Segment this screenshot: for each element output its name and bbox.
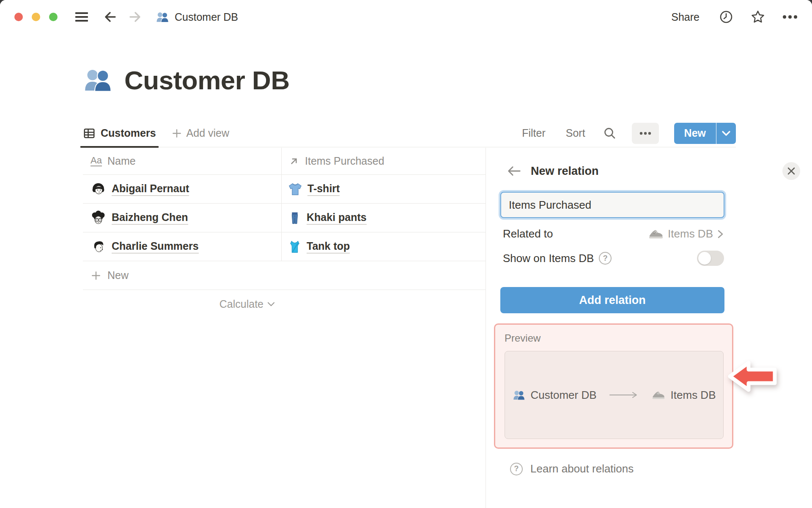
column-header-items-purchased[interactable]: Items Purchased bbox=[282, 148, 486, 174]
column-header-name[interactable]: Aa Name bbox=[83, 148, 282, 174]
zoom-window-button[interactable] bbox=[49, 13, 58, 21]
database-table: Aa Name Items Purchased Abigail Pernaut bbox=[83, 148, 486, 318]
relation-diagram: Customer DB Items DB bbox=[505, 351, 724, 439]
new-split-button: New bbox=[674, 123, 736, 144]
page-link[interactable]: Baizheng Chen bbox=[112, 211, 188, 225]
toggle-knob bbox=[698, 252, 711, 265]
preview-highlight-box: Preview Customer DB Items DB bbox=[494, 323, 733, 449]
table-row: Baizheng Chen Khaki pants bbox=[83, 204, 486, 232]
related-to-label: Related to bbox=[503, 227, 553, 240]
tanktop-icon bbox=[288, 240, 301, 254]
doc-title: Customer DB bbox=[175, 11, 238, 23]
back-icon[interactable] bbox=[102, 9, 118, 25]
table-view-icon bbox=[83, 127, 96, 140]
new-dropdown-chevron-icon[interactable] bbox=[716, 123, 736, 144]
sneaker-icon bbox=[648, 228, 664, 240]
view-controls: Filter Sort New bbox=[519, 123, 736, 144]
table-row: Charlie Summers Tank top bbox=[83, 232, 486, 261]
avatar bbox=[91, 239, 106, 254]
tab-label: Customers bbox=[101, 127, 156, 139]
annotation-arrow-icon bbox=[727, 356, 779, 396]
new-row-label: New bbox=[107, 269, 129, 282]
chevron-right-icon bbox=[717, 229, 724, 239]
show-on-toggle[interactable] bbox=[697, 251, 724, 266]
people-icon bbox=[156, 11, 169, 23]
relation-name-input[interactable] bbox=[500, 192, 724, 218]
close-icon[interactable] bbox=[782, 162, 800, 180]
jeans-icon bbox=[288, 211, 301, 225]
share-button[interactable]: Share bbox=[669, 11, 702, 24]
sidebar-menu-icon[interactable] bbox=[74, 11, 89, 23]
related-to-row[interactable]: Related to Items DB bbox=[503, 227, 724, 240]
new-relation-panel: New relation Related to Items DB Show on… bbox=[486, 148, 812, 508]
show-on-row: Show on Items DB ? bbox=[503, 251, 724, 266]
panel-back-icon[interactable] bbox=[507, 165, 521, 177]
close-window-button[interactable] bbox=[14, 13, 23, 21]
column-label: Items Purchased bbox=[305, 155, 384, 167]
show-on-label: Show on Items DB bbox=[503, 252, 594, 265]
preview-label: Preview bbox=[505, 332, 724, 344]
plus-icon bbox=[171, 128, 182, 139]
more-options-icon[interactable] bbox=[782, 15, 798, 19]
panel-title: New relation bbox=[531, 165, 599, 178]
text-property-icon: Aa bbox=[91, 156, 102, 166]
favorite-star-icon[interactable] bbox=[750, 9, 765, 25]
page-link[interactable]: Tank top bbox=[307, 240, 350, 254]
calculate-label: Calculate bbox=[219, 298, 263, 310]
breadcrumb[interactable]: Customer DB bbox=[156, 11, 238, 23]
page-link[interactable]: T-shirt bbox=[307, 182, 340, 196]
people-icon[interactable] bbox=[83, 67, 112, 94]
page-link[interactable]: Khaki pants bbox=[307, 211, 367, 225]
table-row: Abigail Pernaut T-shirt bbox=[83, 175, 486, 204]
history-clock-icon[interactable] bbox=[719, 10, 733, 24]
avatar bbox=[91, 210, 106, 226]
table-header-row: Aa Name Items Purchased bbox=[83, 148, 486, 175]
add-view-button[interactable]: Add view bbox=[171, 127, 229, 139]
help-icon: ? bbox=[510, 463, 523, 475]
view-more-options-icon[interactable] bbox=[632, 123, 659, 144]
relation-arrow-icon bbox=[288, 156, 299, 167]
sneaker-icon bbox=[652, 390, 665, 400]
calculate-button[interactable]: Calculate bbox=[83, 290, 282, 318]
traffic-lights bbox=[14, 13, 58, 21]
learn-label: Learn about relations bbox=[530, 462, 634, 475]
panel-header: New relation bbox=[507, 162, 800, 180]
people-icon bbox=[513, 389, 525, 401]
relation-direction-arrow bbox=[609, 391, 639, 399]
add-view-label: Add view bbox=[187, 127, 229, 139]
search-icon[interactable] bbox=[603, 127, 617, 140]
target-db-name: Items DB bbox=[671, 389, 716, 402]
related-database-name: Items DB bbox=[668, 227, 713, 240]
source-db-name: Customer DB bbox=[531, 389, 597, 402]
view-toolbar: Customers Add view Filter Sort New bbox=[83, 119, 736, 147]
titlebar: Customer DB Share bbox=[0, 0, 812, 34]
notion-window: Customer DB Share Customer DB Custo bbox=[0, 0, 812, 508]
titlebar-actions: Share bbox=[669, 9, 798, 25]
page-title[interactable]: Customer DB bbox=[124, 65, 290, 95]
new-row-button[interactable]: New bbox=[83, 261, 486, 290]
new-record-button[interactable]: New bbox=[674, 123, 716, 144]
sort-button[interactable]: Sort bbox=[563, 127, 588, 140]
help-icon[interactable]: ? bbox=[599, 252, 612, 265]
add-relation-button[interactable]: Add relation bbox=[500, 287, 724, 313]
column-label: Name bbox=[107, 155, 136, 167]
tshirt-icon bbox=[288, 182, 302, 196]
learn-about-relations-link[interactable]: ? Learn about relations bbox=[510, 462, 812, 475]
plus-icon bbox=[91, 270, 102, 281]
chevron-down-icon bbox=[267, 302, 275, 307]
page-link[interactable]: Abigail Pernaut bbox=[112, 182, 189, 196]
related-to-value: Items DB bbox=[648, 227, 724, 240]
page-header: Customer DB bbox=[83, 65, 290, 95]
page-link[interactable]: Charlie Summers bbox=[112, 240, 199, 254]
filter-button[interactable]: Filter bbox=[519, 127, 548, 140]
minimize-window-button[interactable] bbox=[32, 13, 40, 21]
calculate-row: Calculate bbox=[83, 290, 486, 318]
tab-customers[interactable]: Customers bbox=[83, 119, 156, 147]
forward-icon[interactable] bbox=[128, 9, 143, 25]
avatar bbox=[91, 181, 106, 197]
